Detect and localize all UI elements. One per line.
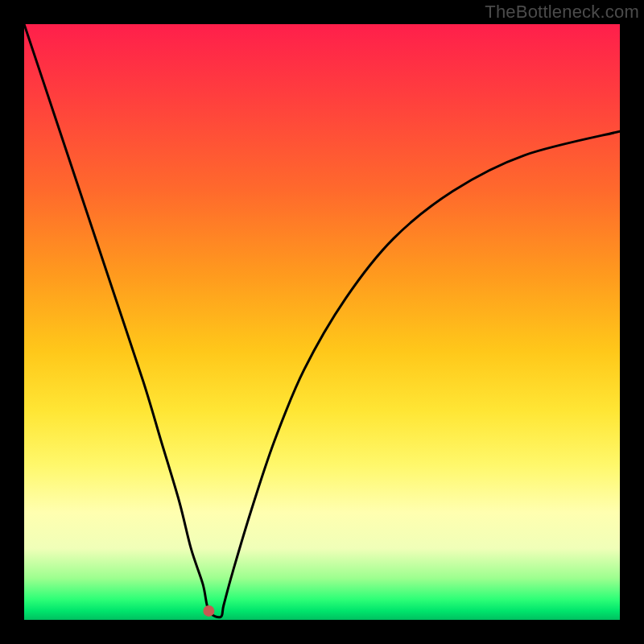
- watermark-label: TheBottleneck.com: [485, 2, 639, 23]
- optimal-point-marker: [203, 605, 214, 617]
- chart-svg: [24, 24, 620, 620]
- bottleneck-curve-path: [24, 24, 620, 617]
- chart-frame: TheBottleneck.com: [0, 0, 644, 644]
- plot-area: [24, 24, 620, 620]
